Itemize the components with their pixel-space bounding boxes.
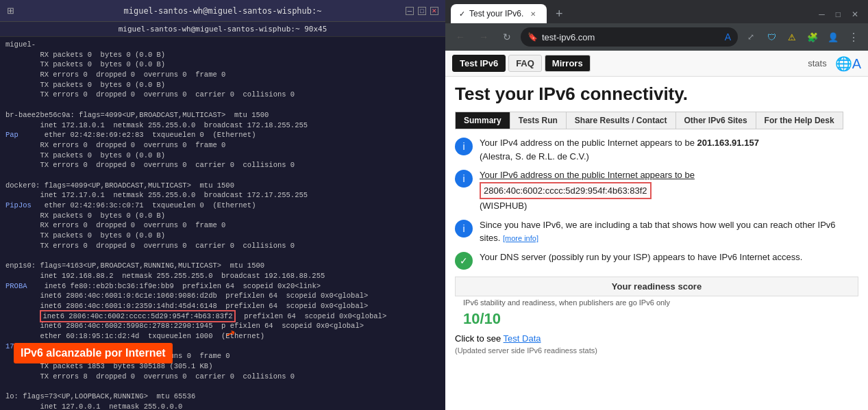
site-tab-faq[interactable]: FAQ xyxy=(508,55,542,72)
term-line: PROBA inet6 fe80::eb2b:bc36:1f9e:bb9 pre… xyxy=(5,281,440,292)
term-line: RX packets 0 bytes 0 (0.0 B) xyxy=(5,50,440,60)
term-line: inet 172.18.0.1 netmask 255.255.0.0 broa… xyxy=(5,120,440,131)
dns-info-text: Your DNS server (possibly run by your IS… xyxy=(480,251,802,264)
main-heading: Test your IPv6 connectivity. xyxy=(455,84,858,105)
site-nav: Test IPv6 FAQ Mirrors stats 🌐A xyxy=(445,51,868,77)
term-line: miguel- xyxy=(5,40,440,50)
term-line: RX errors 0 dropped 0 overruns 0 frame 0 xyxy=(5,140,440,151)
term-line: inet6 2806:40c:6001:0:6c1e:1060:9086:d2d… xyxy=(5,291,440,301)
term-line: enp1s0: flags=4163<UP,BROADCAST,RUNNING,… xyxy=(5,261,440,271)
new-tab-button[interactable]: + xyxy=(549,4,569,23)
terminal-close-button[interactable]: ✕ xyxy=(430,7,438,15)
tab-close-button[interactable]: ✕ xyxy=(528,8,538,19)
info-card-ipv6: i Your IPv6 address on the public Intern… xyxy=(455,168,858,213)
highlighted-ip: inet6 2806:40c:6002:cccc:5d29:954f:4b63:… xyxy=(40,310,235,322)
term-line: inet 192.168.88.2 netmask 255.255.255.0 … xyxy=(5,271,440,281)
term-line xyxy=(5,251,440,261)
term-line: RX errors 0 dropped 0 overruns 0 frame 0 xyxy=(5,70,440,80)
readiness-detail: IPv6 stability and readiness, when publi… xyxy=(455,296,858,309)
term-line: PipJos ether 02:42:96:3c:c0:71 txqueuele… xyxy=(5,201,440,211)
site-body: Test your IPv6 connectivity. Summary Tes… xyxy=(445,77,868,410)
content-tab-share[interactable]: Share Results / Contact xyxy=(567,112,676,129)
terminal-titlebar: ⊞ miguel-santos-wh@miguel-santos-wisphub… xyxy=(0,0,445,22)
info-card-ipv4: i Your IPv4 address on the public Intern… xyxy=(455,136,858,163)
website-content: Test IPv6 FAQ Mirrors stats 🌐A Test your… xyxy=(445,51,868,410)
tab-title: Test your IPv6. xyxy=(469,9,523,18)
terminal-maximize-button[interactable]: □ xyxy=(418,7,426,15)
nav-icons-right: ⤢ 🛡 ⚠ 🧩 👤 ⋮ xyxy=(742,28,863,46)
term-line xyxy=(5,170,440,181)
term-line: RX packets 0 bytes 0 (0.0 B) xyxy=(5,211,440,221)
term-line: TX errors 0 dropped 0 overruns 0 carrier… xyxy=(5,90,440,100)
term-line: docker0: flags=4099<UP,BROADCAST,MULTICA… xyxy=(5,181,440,191)
tab-favicon: ✓ xyxy=(459,10,465,18)
term-line: inet 127.0.0.1 netmask 255.0.0.0 xyxy=(5,402,440,410)
test-data-label: Click to see xyxy=(455,333,501,344)
info-icon-blue-3: i xyxy=(455,220,473,238)
nav-bar: ← → ↻ 🔖 test-ipv6.com A ⤢ 🛡 ⚠ 🧩 👤 ⋮ xyxy=(445,23,868,51)
terminal-minimize-button[interactable]: ─ xyxy=(406,7,414,15)
forward-button[interactable]: → xyxy=(474,27,493,47)
user-icon[interactable]: 👤 xyxy=(824,28,842,46)
browser-maximize-button[interactable]: □ xyxy=(832,8,845,21)
reload-button[interactable]: ↻ xyxy=(497,27,517,47)
term-line xyxy=(5,100,440,110)
term-line: Pap ether 02:42:8e:69:e2:83 txqueuelen 0… xyxy=(5,130,440,140)
content-tab-tests-run[interactable]: Tests Run xyxy=(510,112,567,129)
term-line: TX packets 0 bytes 0 (0.0 B) xyxy=(5,80,440,90)
info-cards: i Your IPv4 address on the public Intern… xyxy=(455,136,858,270)
ipv6-annotation: IPv6 alcanzable por Internet xyxy=(14,343,173,363)
site-tab-test-ipv6[interactable]: Test IPv6 xyxy=(452,55,506,72)
terminal-subtitle: miguel-santos-wh@miguel-santos-wisphub:~… xyxy=(0,22,445,37)
back-button[interactable]: ← xyxy=(451,27,470,47)
share-icon[interactable]: ⤢ xyxy=(742,28,760,46)
term-line: TX packets 0 bytes 0 (0.0 B) xyxy=(5,231,440,241)
test-data-link[interactable]: Test Data xyxy=(504,333,541,344)
info-icon-blue-2: i xyxy=(455,170,473,188)
readiness-bar: Your readiness score xyxy=(455,277,858,296)
grid-icon: ⊞ xyxy=(7,5,14,16)
translate-button[interactable]: 🌐A xyxy=(835,55,861,72)
term-line: lo: flags=73<UP,LOOPBACK,RUNNING> mtu 65… xyxy=(5,392,440,402)
info-icon-blue: i xyxy=(455,138,473,155)
term-line: inet6 2806:40c:6002:5998c:2788:2290:1945… xyxy=(5,321,440,331)
info-card-dns: ✓ Your DNS server (possibly run by your … xyxy=(455,251,858,270)
content-tab-help-desk[interactable]: For the Help Desk xyxy=(756,112,843,129)
stats-label[interactable]: stats xyxy=(808,58,826,68)
term-line: br-baee2be56c9a: flags=4099<UP,BROADCAST… xyxy=(5,110,440,120)
browser-minimize-button[interactable]: ─ xyxy=(815,8,829,21)
content-tabs-row: Summary Tests Run Share Results / Contac… xyxy=(455,112,843,129)
term-line: RX errors 0 dropped 0 overruns 0 frame 0 xyxy=(5,220,440,231)
term-line: TX errors 0 dropped 0 overruns 0 carrier… xyxy=(5,160,440,170)
ipv6-tab-text: Since you have IPv6, we are including a … xyxy=(480,218,858,245)
info-icon-green: ✓ xyxy=(455,252,473,270)
term-line xyxy=(5,381,440,392)
ipv4-info-text: Your IPv4 address on the public Internet… xyxy=(480,136,759,163)
bookmark-icon: 🔖 xyxy=(528,32,538,42)
site-tab-mirrors[interactable]: Mirrors xyxy=(545,55,591,72)
extensions-icon[interactable]: 🧩 xyxy=(804,28,821,46)
address-text: test-ipv6.com xyxy=(542,32,595,42)
terminal-title: miguel-santos-wh@miguel-santos-wisphub:~ xyxy=(7,6,438,16)
browser-tab-active[interactable]: ✓ Test your IPv6. ✕ xyxy=(451,4,547,23)
info-card-ipv6-tab: i Since you have IPv6, we are including … xyxy=(455,218,858,245)
browser-close-button[interactable]: ✕ xyxy=(847,8,863,21)
address-bar[interactable]: 🔖 test-ipv6.com A xyxy=(521,27,738,47)
terminal-pane: ⊞ miguel-santos-wh@miguel-santos-wisphub… xyxy=(0,0,445,410)
bottom-note: (Updated server side IPv6 readiness stat… xyxy=(455,346,858,355)
readiness-score: 10/10 xyxy=(463,310,501,327)
terminal-body[interactable]: miguel- RX packets 0 bytes 0 (0.0 B) TX … xyxy=(0,37,445,410)
browser-pane: ✓ Test your IPv6. ✕ + ─ □ ✕ ← → ↻ 🔖 test… xyxy=(445,0,868,410)
menu-icon[interactable]: ⋮ xyxy=(845,28,863,46)
more-info-link[interactable]: [more info] xyxy=(503,234,538,242)
ipv6-info-text: Your IPv6 address on the public Internet… xyxy=(480,168,695,213)
readiness-title: Your readiness score xyxy=(612,281,702,292)
translate-icon: A xyxy=(725,31,731,42)
term-line: inet6 2806:40c:6002:cccc:5d29:954f:4b63:… xyxy=(5,311,440,322)
test-data-row: Click to see Test Data xyxy=(455,333,858,344)
warning-icon[interactable]: ⚠ xyxy=(783,28,801,46)
term-line: inet 172.17.0.1 netmask 255.255.0.0 broa… xyxy=(5,190,440,201)
content-tab-other-ipv6[interactable]: Other IPv6 Sites xyxy=(676,112,756,129)
shield-icon[interactable]: 🛡 xyxy=(762,28,780,46)
content-tab-summary[interactable]: Summary xyxy=(456,112,510,129)
